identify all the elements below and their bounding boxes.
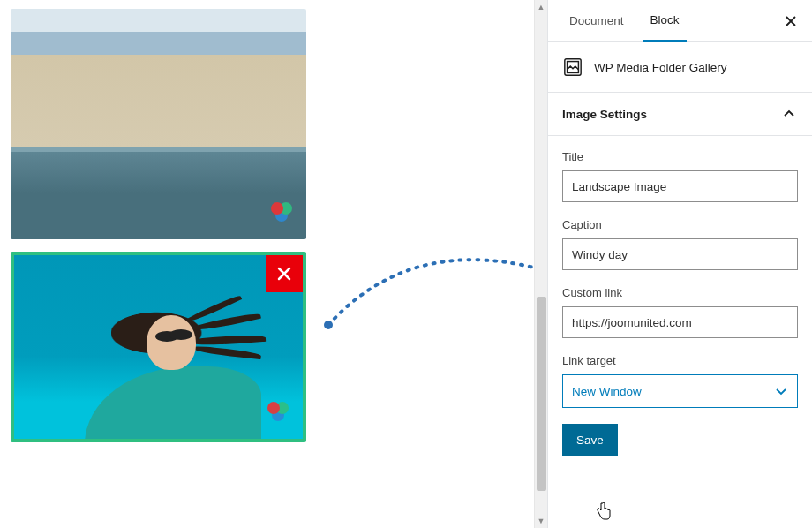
gallery-item[interactable] bbox=[11, 9, 306, 239]
settings-sidebar: Document Block WP Media Folder Gallery I… bbox=[547, 0, 812, 528]
scrollbar-thumb[interactable] bbox=[537, 297, 546, 491]
image-settings-panel: Title Caption Custom link Link target Ne… bbox=[548, 136, 812, 470]
svg-point-0 bbox=[324, 321, 333, 329]
link-target-select[interactable]: New Window bbox=[562, 374, 798, 408]
sidebar-tabs: Document Block bbox=[548, 0, 812, 42]
scrollbar[interactable]: ▲ ▼ bbox=[534, 0, 547, 528]
editor-canvas bbox=[0, 0, 534, 528]
scroll-up-icon[interactable]: ▲ bbox=[535, 0, 547, 14]
custom-link-label: Custom link bbox=[562, 286, 798, 299]
caption-input[interactable] bbox=[562, 238, 798, 270]
block-header: WP Media Folder Gallery bbox=[548, 42, 812, 93]
custom-link-input[interactable] bbox=[562, 306, 798, 338]
link-target-label: Link target bbox=[562, 354, 798, 367]
tab-document[interactable]: Document bbox=[562, 0, 631, 42]
block-name: WP Media Folder Gallery bbox=[594, 61, 727, 74]
link-target-value: New Window bbox=[572, 385, 642, 398]
chevron-up-icon bbox=[780, 105, 798, 123]
remove-image-button[interactable] bbox=[266, 255, 303, 292]
save-button[interactable]: Save bbox=[562, 424, 618, 456]
close-icon bbox=[784, 14, 798, 28]
image-content bbox=[58, 298, 288, 442]
close-icon bbox=[277, 267, 291, 281]
watermark-icon bbox=[264, 402, 294, 432]
chevron-down-icon bbox=[774, 384, 788, 398]
title-input[interactable] bbox=[562, 170, 798, 202]
watermark-icon bbox=[267, 202, 297, 232]
gallery-block-icon bbox=[562, 57, 583, 78]
image-settings-toggle[interactable]: Image Settings bbox=[548, 93, 812, 136]
annotation-arrow bbox=[309, 238, 534, 344]
title-label: Title bbox=[562, 150, 798, 163]
gallery-item-selected[interactable] bbox=[11, 252, 306, 442]
caption-label: Caption bbox=[562, 218, 798, 231]
scroll-down-icon[interactable]: ▼ bbox=[535, 514, 547, 528]
close-panel-button[interactable] bbox=[780, 11, 801, 32]
tab-block[interactable]: Block bbox=[643, 0, 687, 42]
section-title: Image Settings bbox=[562, 108, 647, 121]
